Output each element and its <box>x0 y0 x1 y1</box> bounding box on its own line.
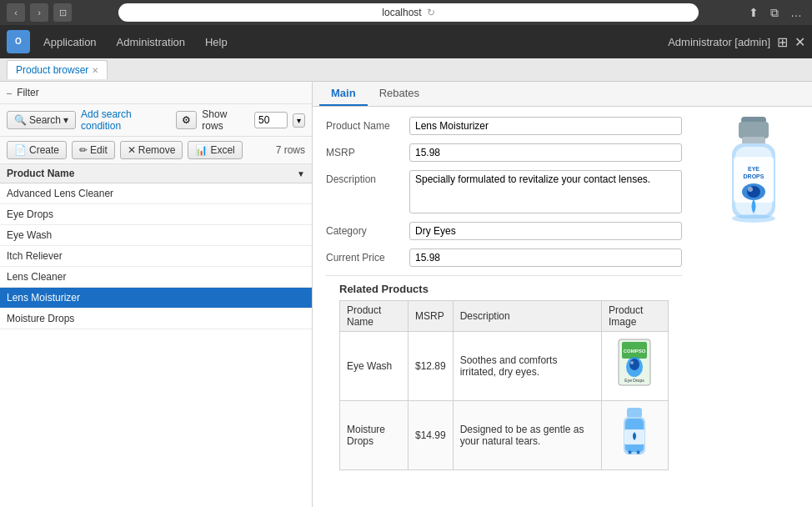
settings-button[interactable]: ⚙ <box>176 111 197 129</box>
svg-point-7 <box>630 361 634 364</box>
tab-close-icon[interactable]: ✕ <box>92 66 98 75</box>
svg-text:O: O <box>15 37 22 46</box>
svg-rect-16 <box>739 122 769 138</box>
search-dropdown-icon: ▾ <box>63 114 68 126</box>
col-product-image: Product Image <box>602 301 669 332</box>
description-row: Description Specially formulated to revi… <box>326 170 682 213</box>
related-msrp: $14.99 <box>408 401 453 470</box>
list-item[interactable]: Itch Reliever <box>0 246 312 267</box>
svg-text:DROPS: DROPS <box>744 173 764 179</box>
detail-form: Product Name MSRP Description Specially … <box>313 107 695 507</box>
svg-text:★: ★ <box>627 449 633 456</box>
browser-bar: ‹ › ⊡ localhost ↻ ⬆ ⧉ … <box>0 0 812 25</box>
url-text: localhost <box>382 7 421 18</box>
main-content: – Filter 🔍 Search ▾ Add search condition… <box>0 82 812 507</box>
svg-point-25 <box>748 187 753 192</box>
related-products-section: Related Products Product Name MSRP Descr… <box>326 275 682 477</box>
back-button[interactable]: ‹ <box>7 3 25 22</box>
detail-tabs: Main Rebates <box>313 82 812 107</box>
left-panel: – Filter 🔍 Search ▾ Add search condition… <box>0 82 313 507</box>
main-product-image: EYE DROPS <box>708 115 799 257</box>
category-field[interactable] <box>409 222 682 240</box>
bookmark-button[interactable]: ⧉ <box>767 4 782 22</box>
tab-bar: Product browser ✕ <box>0 58 812 82</box>
current-price-field[interactable] <box>409 248 682 267</box>
related-product-name: Eye Wash <box>340 332 409 401</box>
create-button[interactable]: 📄 Create <box>7 141 67 159</box>
related-msrp: $12.89 <box>408 332 453 401</box>
remove-button[interactable]: ✕ Remove <box>120 141 183 159</box>
list-item[interactable]: Moisture Drops <box>0 309 312 329</box>
col-msrp: MSRP <box>408 301 453 332</box>
more-button[interactable]: … <box>787 4 805 21</box>
nav-administration[interactable]: Administration <box>107 25 195 58</box>
refresh-icon: ↻ <box>427 7 435 18</box>
msrp-row: MSRP <box>326 143 682 162</box>
logo-text: O <box>10 33 27 52</box>
product-image-area: EYE DROPS <box>695 107 812 507</box>
app-nav: O Application Administration Help Admini… <box>0 25 812 58</box>
col-product-name: Product Name <box>340 301 409 332</box>
search-button[interactable]: 🔍 Search ▾ <box>7 111 76 129</box>
category-row: Category <box>326 222 682 240</box>
description-label: Description <box>326 170 409 185</box>
right-panel: Main Rebates Product Name MSRP Descripti <box>313 82 812 507</box>
share-button[interactable]: ⬆ <box>745 4 762 21</box>
add-search-condition-link[interactable]: Add search condition <box>81 108 171 132</box>
nav-right: Administrator [admin] ⊞ ✕ <box>668 34 805 50</box>
svg-text:EYE: EYE <box>748 166 759 172</box>
svg-text:COMPSO: COMPSO <box>624 349 646 354</box>
product-list: Product Name ▼ Advanced Lens Cleaner Eye… <box>0 164 312 507</box>
show-rows-label: Show rows <box>202 108 249 132</box>
app-logo: O <box>7 30 30 53</box>
product-name-field[interactable] <box>409 117 682 135</box>
list-item[interactable]: Lens Cleaner <box>0 267 312 288</box>
edit-button[interactable]: ✏ Edit <box>72 141 115 159</box>
forward-button[interactable]: › <box>30 3 48 22</box>
tab-main[interactable]: Main <box>319 82 368 106</box>
close-nav-icon[interactable]: ✕ <box>794 34 805 50</box>
remove-icon: ✕ <box>128 144 136 156</box>
list-item[interactable]: Eye Wash <box>0 225 312 246</box>
grid-icon[interactable]: ⊞ <box>777 34 788 50</box>
detail-body: Product Name MSRP Description Specially … <box>313 107 812 507</box>
nav-help[interactable]: Help <box>195 25 238 58</box>
related-product-name: Moisture Drops <box>340 401 409 470</box>
excel-icon: 📊 <box>195 144 208 156</box>
create-icon: 📄 <box>14 144 27 156</box>
description-field[interactable]: Specially formulated to revitalize your … <box>409 170 682 213</box>
address-bar[interactable]: localhost ↻ <box>118 3 699 22</box>
svg-point-26 <box>732 214 775 223</box>
current-price-row: Current Price <box>326 248 682 267</box>
search-label: Search <box>29 114 61 126</box>
nav-application[interactable]: Application <box>33 25 107 58</box>
excel-button[interactable]: 📊 Excel <box>188 141 242 159</box>
tab-rebates[interactable]: Rebates <box>368 82 431 106</box>
table-row: Eye Wash $12.89 Soothes and comforts irr… <box>340 332 669 401</box>
related-products-title: Related Products <box>339 283 669 295</box>
product-name-label: Product Name <box>326 117 409 132</box>
search-row: 🔍 Search ▾ Add search condition ⚙ Show r… <box>0 104 312 137</box>
msrp-field[interactable] <box>409 143 682 162</box>
filter-toggle[interactable]: – <box>7 88 12 98</box>
edit-icon: ✏ <box>79 144 88 156</box>
svg-text:★: ★ <box>635 449 641 456</box>
window-button[interactable]: ⊡ <box>53 3 72 22</box>
product-name-row: Product Name <box>326 117 682 135</box>
toolbar-bar: 📄 Create ✏ Edit ✕ Remove 📊 Excel 7 rows <box>0 137 312 164</box>
table-row: Moisture Drops $14.99 Designed to be as … <box>340 401 669 470</box>
eyewash-image: COMPSO Eye Drops <box>610 337 660 395</box>
list-column-header[interactable]: Product Name ▼ <box>0 164 312 183</box>
related-products-table: Product Name MSRP Description Product Im… <box>339 300 669 470</box>
list-item[interactable]: Advanced Lens Cleaner <box>0 183 312 204</box>
show-rows-input[interactable]: 50 <box>254 112 288 128</box>
row-count: 7 rows <box>276 144 305 156</box>
list-item-selected[interactable]: Lens Moisturizer <box>0 288 312 309</box>
search-icon: 🔍 <box>14 114 27 126</box>
svg-text:Eye Drops: Eye Drops <box>624 378 644 383</box>
product-browser-tab[interactable]: Product browser ✕ <box>7 60 108 79</box>
current-price-label: Current Price <box>326 248 409 264</box>
show-rows-dropdown[interactable]: ▾ <box>293 113 305 128</box>
list-item[interactable]: Eye Drops <box>0 204 312 225</box>
related-description: Designed to be as gentle as your natural… <box>453 401 601 470</box>
